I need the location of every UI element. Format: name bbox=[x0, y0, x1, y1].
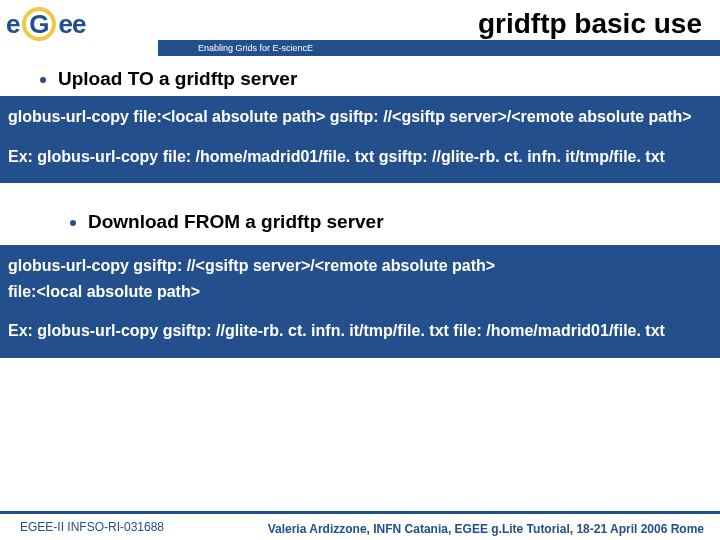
bullet-upload: Upload TO a gridftp server bbox=[0, 60, 720, 96]
body: Upload TO a gridftp server globus-url-co… bbox=[0, 60, 720, 358]
footer-right-text: Valeria Ardizzone, INFN Catania, EGEE g.… bbox=[268, 522, 704, 536]
bullet-dot-icon bbox=[70, 220, 76, 226]
code-download: globus-url-copy gsiftp: //<gsiftp server… bbox=[0, 245, 720, 358]
footer-left-text: EGEE-II INFSO-RI-031688 bbox=[20, 520, 164, 534]
tagline-text: Enabling Grids for E-sciencE bbox=[198, 43, 313, 53]
code-download-example: Ex: globus-url-copy gsiftp: //glite-rb. … bbox=[8, 320, 706, 342]
logo-g: G bbox=[29, 9, 48, 40]
code-download-cmd-1: globus-url-copy gsiftp: //<gsiftp server… bbox=[8, 255, 706, 277]
code-upload-example: Ex: globus-url-copy file: /home/madrid01… bbox=[8, 146, 706, 168]
footer-divider bbox=[0, 511, 720, 514]
bullet-download-text: Download FROM a gridftp server bbox=[88, 211, 384, 233]
logo-wrap: e G ee bbox=[0, 0, 175, 48]
code-upload-cmd: globus-url-copy file:<local absolute pat… bbox=[8, 106, 706, 128]
bullet-upload-text: Upload TO a gridftp server bbox=[58, 68, 297, 90]
egee-logo: e G ee bbox=[0, 7, 85, 41]
bullet-dot-icon bbox=[40, 77, 46, 83]
tagline-bar: Enabling Grids for E-sciencE bbox=[158, 40, 720, 56]
logo-text-left: e bbox=[6, 9, 19, 40]
code-download-cmd-2: file:<local absolute path> bbox=[8, 281, 706, 303]
bullet-download: Download FROM a gridftp server bbox=[0, 203, 720, 239]
slide: e G ee gridftp basic use Enabling Grids … bbox=[0, 0, 720, 540]
footer: EGEE-II INFSO-RI-031688 Valeria Ardizzon… bbox=[0, 512, 720, 540]
logo-text-right: ee bbox=[58, 9, 85, 40]
slide-title: gridftp basic use bbox=[478, 8, 702, 40]
code-upload: globus-url-copy file:<local absolute pat… bbox=[0, 96, 720, 183]
